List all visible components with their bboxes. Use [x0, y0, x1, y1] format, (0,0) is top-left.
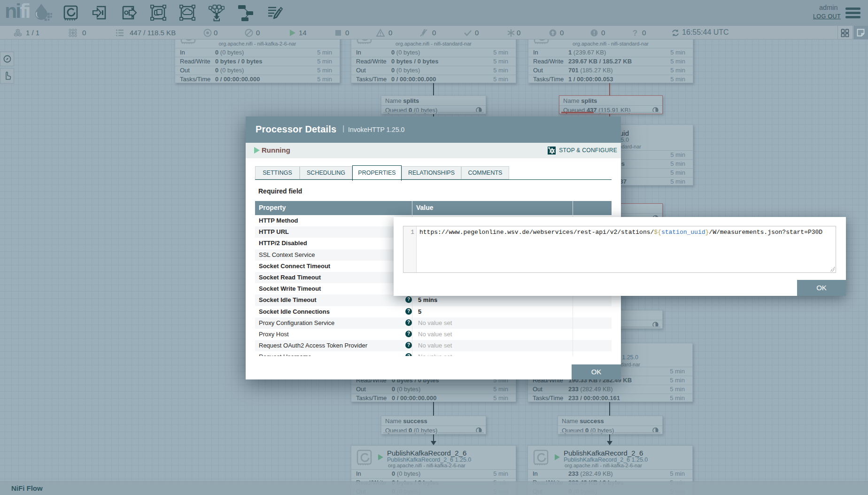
svg-text:?: ? [633, 29, 637, 38]
